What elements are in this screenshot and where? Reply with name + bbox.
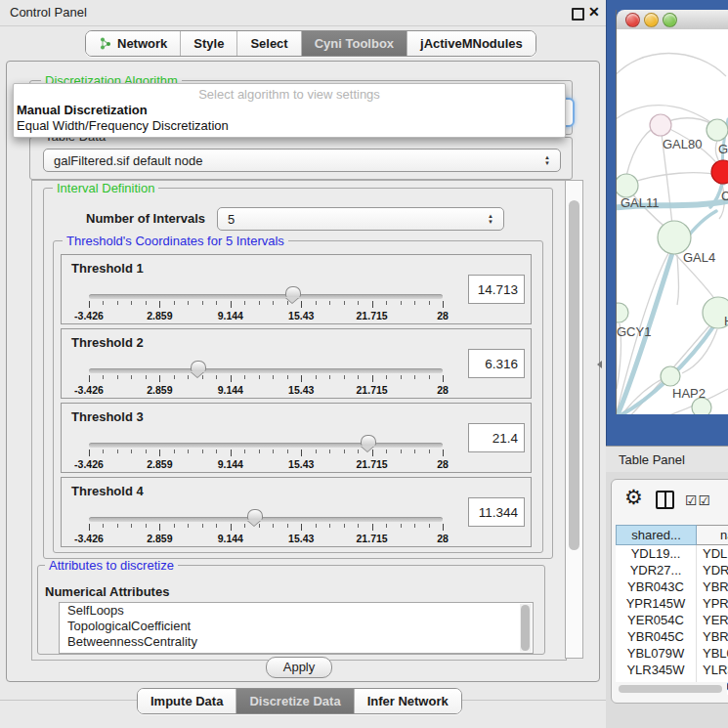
threshold-value-input[interactable]: 21.4 xyxy=(468,423,525,452)
numerical-attributes-list[interactable]: SelfLoopsTopologicalCoefficientBetweenne… xyxy=(59,602,534,654)
tab-network[interactable]: Network xyxy=(86,31,180,56)
tab-infer-network[interactable]: Infer Network xyxy=(354,689,461,713)
attribute-item-betweennesscentrality[interactable]: BetweennessCentrality xyxy=(60,634,533,650)
table-row[interactable]: YDR27...YDR2 xyxy=(616,562,728,578)
slider-track[interactable] xyxy=(89,294,443,299)
network-node-gal11[interactable] xyxy=(617,174,638,197)
float-window-icon[interactable] xyxy=(572,8,584,21)
tab-jactivemnodules[interactable]: jActiveMNodules xyxy=(407,31,535,56)
slider-track[interactable] xyxy=(89,368,443,373)
panel-collapse-icon[interactable] xyxy=(597,361,602,368)
list-scrollbar[interactable] xyxy=(520,604,532,652)
tab-discretize-data[interactable]: Discretize Data xyxy=(236,689,353,713)
table-row[interactable]: YBR043CYBR0 xyxy=(616,578,728,595)
tick-mark xyxy=(244,375,245,379)
thresholds-stack: Threshold 1-3.4262.8599.14415.4321.71528… xyxy=(61,254,532,547)
slider-ticks: -3.4262.8599.14415.4321.71528 xyxy=(89,450,443,469)
slider-thumb[interactable] xyxy=(247,509,263,520)
column-header-name[interactable]: name xyxy=(697,525,728,545)
network-node-c[interactable] xyxy=(711,160,728,184)
tick-mark xyxy=(273,375,274,379)
node-label: GCY1 xyxy=(617,324,651,339)
dropdown-item-manual-discretization[interactable]: Manual Discretization xyxy=(16,103,560,118)
combo-spinner-icon[interactable]: ▲▼ xyxy=(488,213,493,225)
dropdown-item-equal-width-frequency-discretization[interactable]: Equal Width/Frequency Discretization xyxy=(16,118,560,134)
top-tabs: NetworkStyleSelectCyni ToolboxjActiveMNo… xyxy=(85,30,536,57)
tick-mark xyxy=(117,375,118,379)
threshold-value-input[interactable]: 14.713 xyxy=(468,275,525,304)
table-row[interactable]: YBL079WYBL0 xyxy=(616,645,728,662)
cell-shared-name: YBR043C xyxy=(616,578,697,595)
table-row[interactable]: YDL19...YDL1 xyxy=(616,545,728,562)
table-row[interactable]: YLR345WYLR3 xyxy=(616,662,728,678)
tab-network-label: Network xyxy=(117,36,167,51)
slider-thumb[interactable] xyxy=(191,361,206,371)
slider-thumb[interactable] xyxy=(285,286,301,297)
table-row[interactable]: YPR145WYPR1 xyxy=(616,595,728,612)
network-canvas[interactable]: GAL80GACGAL11GAL4GCY1HHAP2 xyxy=(617,29,728,414)
node-label: H xyxy=(724,314,728,328)
network-node-hap2[interactable] xyxy=(661,366,680,386)
threshold-value-input[interactable]: 11.344 xyxy=(468,497,525,527)
network-node-gcy1[interactable] xyxy=(617,303,628,322)
threshold-value-input[interactable]: 6.316 xyxy=(468,349,525,378)
gear-icon[interactable]: ⚙ xyxy=(624,487,643,508)
cell-name: YDL1 xyxy=(697,545,728,562)
tick-label: 9.144 xyxy=(218,533,243,544)
node-table: shared... name YDL19...YDL1YDR27...YDR2Y… xyxy=(616,525,728,697)
network-window-titlebar[interactable] xyxy=(617,10,728,30)
attribute-item-topologicalcoefficient[interactable]: TopologicalCoefficient xyxy=(60,619,533,634)
tick-mark xyxy=(401,301,402,305)
network-view-window: GAL80GACGAL11GAL4GCY1HHAP2 xyxy=(616,10,728,414)
combo-spinner-icon[interactable]: ▲▼ xyxy=(544,154,550,166)
tab-cyni-toolbox[interactable]: Cyni Toolbox xyxy=(301,31,407,56)
control-panel-titlebar: Control Panel ✕ xyxy=(0,0,606,26)
tab-impute-data[interactable]: Impute Data xyxy=(138,689,236,713)
tick-mark xyxy=(372,301,373,308)
node-label: GA xyxy=(718,142,728,156)
column-header-shared-name[interactable]: shared... xyxy=(616,525,697,545)
tick-mark xyxy=(103,450,104,453)
table-row[interactable]: YER054CYER0 xyxy=(616,612,728,628)
tab-select[interactable]: Select xyxy=(236,31,300,56)
tab-style[interactable]: Style xyxy=(180,31,236,56)
node-label: GAL11 xyxy=(621,195,660,210)
tick-label: 2.859 xyxy=(147,310,172,321)
network-node-gal4[interactable] xyxy=(658,221,691,254)
tick-label: 15.43 xyxy=(288,310,314,321)
slider-track[interactable] xyxy=(89,517,443,522)
network-node-gal80[interactable] xyxy=(650,114,671,136)
vertical-scrollbar[interactable] xyxy=(565,180,583,659)
table-data-combobox[interactable]: galFiltered.sif default node ▲▼ xyxy=(43,149,561,172)
apply-button[interactable]: Apply xyxy=(266,657,332,678)
list-scrollbar-thumb[interactable] xyxy=(521,605,530,651)
table-row[interactable]: YBR045CYBR0 xyxy=(616,628,728,645)
tick-label: -3.426 xyxy=(74,458,104,470)
tick-mark xyxy=(273,450,274,453)
close-traffic-light[interactable] xyxy=(625,13,640,27)
slider-track[interactable] xyxy=(89,443,443,448)
horizontal-scrollbar[interactable] xyxy=(616,682,727,696)
attribute-item-selfloops[interactable]: SelfLoops xyxy=(60,603,533,619)
split-columns-icon[interactable] xyxy=(656,491,674,509)
tick-mark xyxy=(372,375,373,382)
close-icon[interactable]: ✕ xyxy=(588,4,600,20)
tick-mark xyxy=(414,450,415,453)
zoom-traffic-light[interactable] xyxy=(663,13,677,27)
attributes-group-title: Attributes to discretize xyxy=(45,559,178,572)
slider-thumb[interactable] xyxy=(361,435,376,446)
tick-mark xyxy=(146,450,147,453)
network-node-ga[interactable] xyxy=(707,119,728,141)
tick-mark xyxy=(117,450,118,453)
horizontal-scrollbar-thumb[interactable] xyxy=(619,685,722,693)
vertical-scrollbar-thumb[interactable] xyxy=(569,200,579,550)
tick-mark xyxy=(231,375,232,382)
node-label: GAL4 xyxy=(683,250,715,265)
select-columns-icon[interactable]: ☑☑ xyxy=(685,492,711,508)
tick-mark xyxy=(329,301,330,305)
tick-mark xyxy=(329,524,330,528)
tick-mark xyxy=(103,301,104,305)
minimize-traffic-light[interactable] xyxy=(644,13,659,27)
number-of-intervals-combobox[interactable]: 5 ▲▼ xyxy=(217,207,504,231)
tick-mark xyxy=(386,524,387,528)
